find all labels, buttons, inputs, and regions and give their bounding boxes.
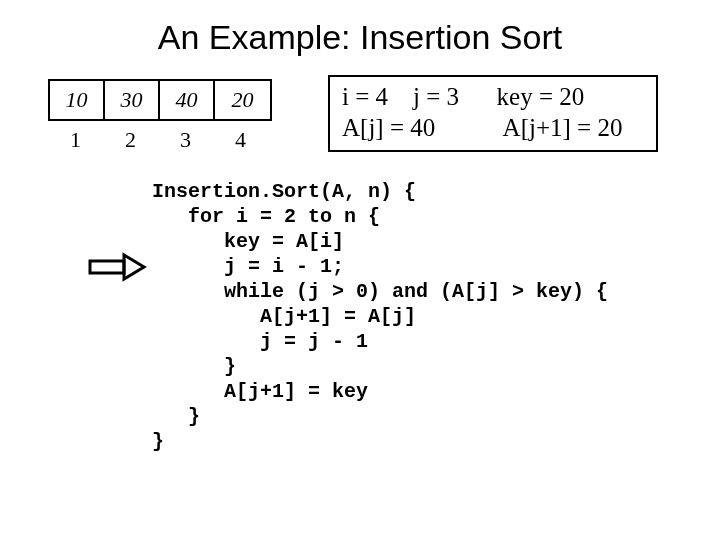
code-block: Insertion.Sort(A, n) { for i = 2 to n { …: [0, 179, 720, 454]
cell-4: 20: [215, 81, 270, 119]
status-box: i = 4 j = 3 key = 20 A[j] = 40 A[j+1] = …: [328, 75, 658, 152]
cell-3: 40: [160, 81, 215, 119]
index-2: 2: [103, 127, 158, 153]
index-1: 1: [48, 127, 103, 153]
array-cells: 10 30 40 20: [48, 79, 272, 121]
page-title: An Example: Insertion Sort: [0, 0, 720, 65]
index-3: 3: [158, 127, 213, 153]
index-4: 4: [213, 127, 268, 153]
cell-2: 30: [105, 81, 160, 119]
status-line-2: A[j] = 40 A[j+1] = 20: [342, 112, 644, 143]
example-row: 10 30 40 20 1 2 3 4 i = 4 j = 3 key = 20…: [0, 75, 720, 153]
pointer-arrow-icon: [88, 252, 148, 282]
cell-1: 10: [50, 81, 105, 119]
index-row: 1 2 3 4: [48, 127, 272, 153]
svg-rect-0: [90, 261, 124, 273]
svg-marker-1: [124, 255, 144, 279]
array-block: 10 30 40 20 1 2 3 4: [42, 79, 272, 153]
status-line-1: i = 4 j = 3 key = 20: [342, 81, 644, 112]
